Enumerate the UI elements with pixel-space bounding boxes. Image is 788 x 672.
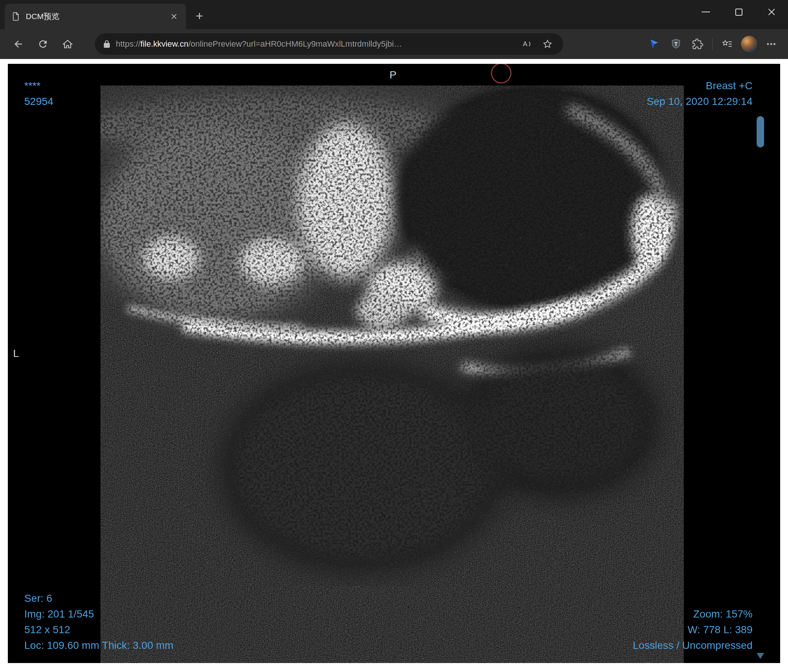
read-aloud-icon: A <box>521 39 532 49</box>
orientation-marker-left: L <box>13 347 19 360</box>
favorites-list-icon <box>721 38 733 50</box>
back-button[interactable] <box>9 34 28 54</box>
window-level: W: 778 L: 389 <box>632 622 753 638</box>
tab-close-button[interactable] <box>168 11 180 22</box>
browser-toolbar: https://file.kkview.cn/onlinePreview?url… <box>0 29 788 59</box>
extensions-button[interactable] <box>689 35 707 53</box>
dicom-canvas[interactable]: **** 52954 Breast +C Sep 10, 2020 12:29:… <box>8 64 780 663</box>
document-icon <box>11 11 21 21</box>
svg-text:A: A <box>523 40 527 48</box>
orientation-marker-posterior: P <box>389 69 397 81</box>
overlay-top-left: **** 52954 <box>24 78 53 109</box>
toolbar-separator <box>712 38 713 51</box>
patient-id: 52954 <box>24 94 53 109</box>
favorites-button[interactable] <box>718 35 736 53</box>
zoom-level: Zoom: 157% <box>632 606 753 622</box>
patient-name-masked: **** <box>24 78 53 94</box>
image-number: Img: 201 1/545 <box>24 606 173 622</box>
address-bar[interactable]: https://file.kkview.cn/onlinePreview?url… <box>95 33 563 55</box>
study-datetime: Sep 10, 2020 12:29:14 <box>647 94 753 109</box>
blue-extension-icon <box>648 38 660 50</box>
puzzle-icon <box>692 38 703 50</box>
blue-extension-button[interactable] <box>645 35 663 53</box>
url-domain: file.kkview.cn <box>140 39 188 49</box>
url-text: https://file.kkview.cn/onlinePreview?url… <box>116 39 514 49</box>
series-number: Ser: 6 <box>24 591 173 606</box>
maximize-button[interactable] <box>722 0 755 24</box>
study-description: Breast +C <box>647 78 753 94</box>
close-icon <box>767 7 777 17</box>
scroll-down-arrow-icon[interactable] <box>757 653 764 659</box>
tab-title: DCM预览 <box>26 11 163 22</box>
ellipsis-icon <box>766 38 777 50</box>
dicom-image <box>8 64 780 663</box>
web-page: **** 52954 Breast +C Sep 10, 2020 12:29:… <box>0 59 788 672</box>
more-menu-button[interactable] <box>762 35 780 53</box>
profile-avatar[interactable] <box>741 36 757 52</box>
overlay-bottom-right: Zoom: 157% W: 778 L: 389 Lossless / Unco… <box>632 606 753 653</box>
lock-icon <box>102 40 111 49</box>
slice-location: Loc: 109.60 mm Thick: 3.00 mm <box>24 638 173 653</box>
shield-extension-icon: T <box>670 38 682 50</box>
overlay-bottom-left: Ser: 6 Img: 201 1/545 512 x 512 Loc: 109… <box>24 591 173 653</box>
compression-info: Lossless / Uncompressed <box>632 638 753 653</box>
url-scheme: https:// <box>116 39 140 49</box>
maximize-icon <box>736 9 742 16</box>
browser-titlebar[interactable]: DCM预览 + <box>0 0 788 29</box>
home-button[interactable] <box>58 34 77 54</box>
minimize-button[interactable] <box>690 0 722 24</box>
new-tab-button[interactable]: + <box>192 8 207 23</box>
window-controls <box>690 0 788 24</box>
refresh-icon <box>37 38 49 50</box>
svg-text:T: T <box>674 41 678 47</box>
star-icon <box>542 39 553 49</box>
overlay-top-right: Breast +C Sep 10, 2020 12:29:14 <box>647 78 753 109</box>
shield-extension-button[interactable]: T <box>667 35 685 53</box>
close-icon <box>170 13 178 20</box>
close-window-button[interactable] <box>755 0 788 24</box>
favorite-star-button[interactable] <box>539 36 556 52</box>
minimize-icon <box>702 11 710 12</box>
refresh-button[interactable] <box>33 34 52 54</box>
image-matrix: 512 x 512 <box>24 622 173 638</box>
home-icon <box>62 38 73 50</box>
browser-tab[interactable]: DCM预览 <box>5 4 186 29</box>
toolbar-right-icons: T <box>643 35 782 53</box>
back-arrow-icon <box>13 38 24 50</box>
plus-icon: + <box>196 9 203 23</box>
url-path: /onlinePreview?url=aHR0cHM6Ly9maWxlLmtrd… <box>188 39 402 49</box>
read-aloud-button[interactable]: A <box>518 36 535 52</box>
scrollbar-thumb[interactable] <box>757 116 764 147</box>
